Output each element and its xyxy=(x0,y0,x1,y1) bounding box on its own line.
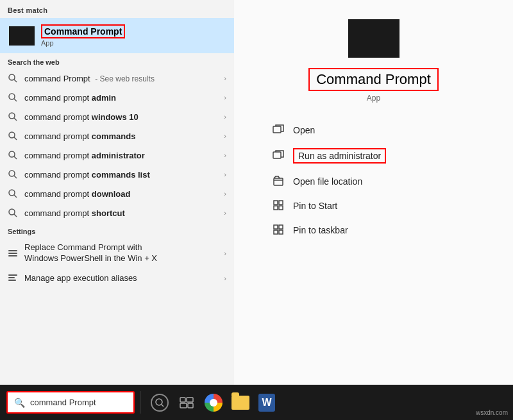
web-item-text-1: command prompt admin xyxy=(24,93,224,103)
file-location-icon xyxy=(273,175,285,188)
svg-line-11 xyxy=(14,176,17,178)
svg-point-0 xyxy=(9,74,15,80)
svg-point-12 xyxy=(9,190,15,196)
svg-rect-36 xyxy=(187,398,193,402)
action-pin-taskbar-label: Pin to taskbar xyxy=(293,225,348,235)
svg-rect-17 xyxy=(8,253,17,254)
search-icon-3 xyxy=(8,131,18,141)
svg-rect-24 xyxy=(274,178,283,185)
chevron-7: › xyxy=(224,209,226,217)
svg-point-4 xyxy=(9,113,15,119)
taskbar: 🔍 command Prompt W wsxdn.com xyxy=(0,385,513,420)
web-item-1[interactable]: command prompt admin › xyxy=(0,88,234,107)
web-item-text-4: command prompt administrator xyxy=(24,151,224,160)
web-item-6[interactable]: command prompt download › xyxy=(0,184,234,203)
action-pin-start-label: Pin to Start xyxy=(293,201,337,211)
svg-rect-23 xyxy=(273,152,281,158)
svg-rect-37 xyxy=(180,403,187,408)
taskbar-search-bar[interactable]: 🔍 command Prompt xyxy=(6,391,135,414)
web-item-5[interactable]: command prompt commands list › xyxy=(0,165,234,184)
chevron-6: › xyxy=(224,190,226,197)
svg-rect-28 xyxy=(279,206,283,210)
svg-rect-18 xyxy=(8,255,17,256)
web-item-2[interactable]: command prompt windows 10 › xyxy=(0,107,234,126)
best-match-label: Best match xyxy=(0,0,234,18)
settings-icon-1 xyxy=(8,273,18,283)
left-panel: Best match Command Prompt App Search the… xyxy=(0,0,234,385)
web-item-text-2: command prompt windows 10 xyxy=(24,112,224,122)
web-item-text-0: command Prompt - See web results xyxy=(24,74,224,83)
search-icon-4 xyxy=(8,150,18,160)
cmd-icon-large xyxy=(348,19,399,58)
action-file-label: Open file location xyxy=(293,176,362,187)
svg-rect-29 xyxy=(274,225,278,229)
svg-rect-20 xyxy=(8,277,15,278)
svg-line-5 xyxy=(14,118,17,121)
watermark: wsxdn.com xyxy=(476,409,508,416)
action-file-location[interactable]: Open file location xyxy=(273,169,513,194)
settings-item-0[interactable]: Replace Command Prompt withWindows Power… xyxy=(0,238,234,269)
settings-item-text-0: Replace Command Prompt withWindows Power… xyxy=(24,242,224,264)
search-icon-0 xyxy=(8,73,18,83)
right-panel: Command Prompt App Open Run as administr… xyxy=(234,0,513,385)
settings-item-text-1: Manage app execution aliases xyxy=(24,273,224,284)
web-item-0[interactable]: command Prompt - See web results › xyxy=(0,69,234,88)
chevron-s0: › xyxy=(224,249,226,257)
taskbar-search-button[interactable] xyxy=(151,394,169,412)
taskbar-divider xyxy=(140,391,140,414)
admin-icon xyxy=(273,149,285,162)
settings-item-1[interactable]: Manage app execution aliases › xyxy=(0,269,234,289)
chevron-5: › xyxy=(224,171,226,178)
web-item-3[interactable]: command prompt commands › xyxy=(0,126,234,146)
svg-rect-25 xyxy=(274,201,278,205)
chevron-0: › xyxy=(224,74,226,82)
best-match-title: Command Prompt xyxy=(41,24,125,38)
web-item-text-7: command prompt shortcut xyxy=(24,208,224,218)
action-open-label: Open xyxy=(293,125,315,135)
action-pin-taskbar[interactable]: Pin to taskbar xyxy=(273,218,513,242)
svg-rect-38 xyxy=(188,403,193,408)
settings-icon-0 xyxy=(8,248,18,258)
svg-line-7 xyxy=(14,137,17,140)
svg-rect-16 xyxy=(8,250,17,251)
svg-point-8 xyxy=(9,151,15,157)
web-section-label: Search the web xyxy=(0,53,234,69)
svg-rect-21 xyxy=(8,280,16,281)
svg-rect-35 xyxy=(180,398,185,402)
web-item-4[interactable]: command prompt administrator › xyxy=(0,146,234,165)
chevron-2: › xyxy=(224,113,226,121)
svg-rect-31 xyxy=(274,230,278,234)
svg-line-13 xyxy=(14,195,17,197)
best-match-text: Command Prompt App xyxy=(41,24,125,47)
app-type: App xyxy=(367,94,380,103)
action-run-admin[interactable]: Run as administrator xyxy=(273,142,513,169)
svg-line-3 xyxy=(14,99,17,101)
web-item-7[interactable]: command prompt shortcut › xyxy=(0,203,234,223)
action-open[interactable]: Open xyxy=(273,118,513,142)
taskbar-search-icon: 🔍 xyxy=(14,398,25,408)
chevron-4: › xyxy=(224,151,226,159)
action-pin-start[interactable]: Pin to Start xyxy=(273,194,513,218)
search-icon-7 xyxy=(8,208,18,218)
pin-start-icon xyxy=(273,199,285,212)
settings-label: Settings xyxy=(0,223,234,238)
best-match-item[interactable]: Command Prompt App xyxy=(0,18,234,53)
svg-line-1 xyxy=(14,80,17,82)
web-item-text-3: command prompt commands xyxy=(24,131,224,141)
search-icon-1 xyxy=(8,92,18,103)
chrome-icon[interactable] xyxy=(205,394,223,412)
open-icon xyxy=(273,124,285,137)
svg-rect-19 xyxy=(8,274,17,276)
search-icon-6 xyxy=(8,189,18,199)
chevron-1: › xyxy=(224,94,226,101)
word-icon[interactable]: W xyxy=(258,394,275,412)
taskview-button[interactable] xyxy=(178,394,196,412)
svg-point-2 xyxy=(9,94,15,99)
search-icon-2 xyxy=(8,112,18,122)
best-match-subtitle: App xyxy=(41,39,125,47)
svg-point-33 xyxy=(156,399,162,405)
taskbar-search-text: command Prompt xyxy=(30,398,96,407)
svg-line-15 xyxy=(14,214,17,217)
search-icon-5 xyxy=(8,169,18,180)
file-explorer-icon[interactable] xyxy=(231,396,249,410)
